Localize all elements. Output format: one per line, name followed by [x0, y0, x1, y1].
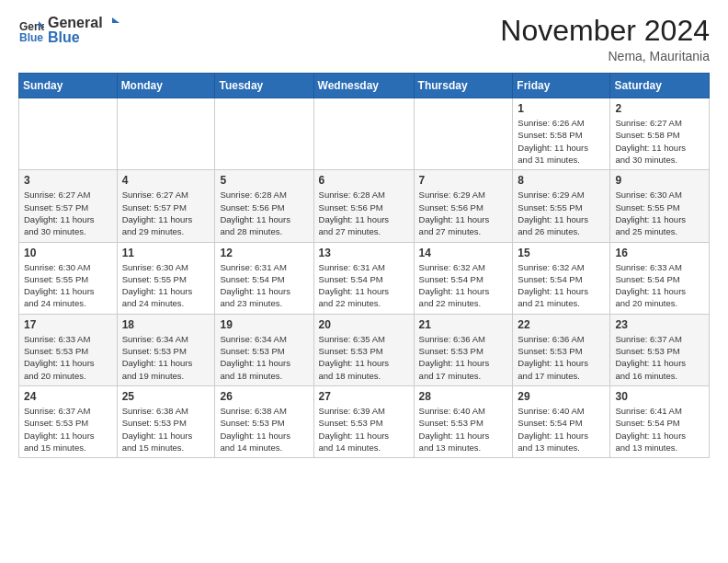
day-number: 30 [615, 390, 704, 403]
svg-text:Blue: Blue [19, 31, 43, 43]
day-info: Sunrise: 6:33 AMSunset: 5:54 PMDaylight:… [615, 261, 704, 310]
day-number: 18 [122, 318, 210, 331]
day-info: Sunrise: 6:33 AMSunset: 5:53 PMDaylight:… [24, 333, 112, 382]
calendar-cell: 23Sunrise: 6:37 AMSunset: 5:53 PMDayligh… [610, 314, 710, 385]
day-info: Sunrise: 6:40 AMSunset: 5:54 PMDaylight:… [518, 405, 605, 454]
title-block: November 2024 Nema, Mauritania [500, 15, 710, 63]
day-info: Sunrise: 6:38 AMSunset: 5:53 PMDaylight:… [220, 405, 308, 454]
calendar-title: November 2024 [500, 15, 710, 47]
calendar-cell: 2Sunrise: 6:27 AMSunset: 5:58 PMDaylight… [610, 98, 710, 170]
header-saturday: Saturday [610, 74, 710, 98]
calendar-cell [117, 98, 215, 170]
day-info: Sunrise: 6:29 AMSunset: 5:55 PMDaylight:… [518, 189, 605, 237]
day-info: Sunrise: 6:29 AMSunset: 5:56 PMDaylight:… [419, 189, 508, 237]
calendar-cell: 27Sunrise: 6:39 AMSunset: 5:53 PMDayligh… [313, 385, 414, 457]
calendar-cell: 21Sunrise: 6:36 AMSunset: 5:53 PMDayligh… [414, 314, 513, 385]
day-number: 1 [518, 102, 605, 115]
calendar-cell: 17Sunrise: 6:33 AMSunset: 5:53 PMDayligh… [19, 314, 118, 385]
header-friday: Friday [513, 74, 610, 98]
header-monday: Monday [117, 74, 215, 98]
day-info: Sunrise: 6:30 AMSunset: 5:55 PMDaylight:… [24, 261, 112, 310]
calendar-cell: 24Sunrise: 6:37 AMSunset: 5:53 PMDayligh… [19, 385, 118, 457]
calendar-cell: 19Sunrise: 6:34 AMSunset: 5:53 PMDayligh… [215, 314, 313, 385]
day-number: 3 [24, 174, 112, 187]
day-number: 13 [319, 247, 409, 259]
day-info: Sunrise: 6:36 AMSunset: 5:53 PMDaylight:… [419, 333, 508, 382]
svg-marker-3 [112, 17, 119, 23]
day-number: 28 [419, 390, 508, 403]
calendar-cell [313, 98, 414, 170]
day-number: 4 [122, 174, 210, 187]
calendar-cell: 9Sunrise: 6:30 AMSunset: 5:55 PMDaylight… [610, 170, 710, 242]
day-number: 21 [419, 318, 508, 331]
day-number: 5 [220, 174, 308, 187]
calendar-cell: 6Sunrise: 6:28 AMSunset: 5:56 PMDaylight… [313, 170, 414, 242]
day-info: Sunrise: 6:26 AMSunset: 5:58 PMDaylight:… [518, 117, 605, 166]
calendar-cell: 12Sunrise: 6:31 AMSunset: 5:54 PMDayligh… [215, 242, 313, 314]
calendar-cell: 16Sunrise: 6:33 AMSunset: 5:54 PMDayligh… [610, 242, 710, 314]
day-info: Sunrise: 6:41 AMSunset: 5:54 PMDaylight:… [615, 405, 704, 454]
calendar-cell: 26Sunrise: 6:38 AMSunset: 5:53 PMDayligh… [215, 385, 313, 457]
calendar-cell: 5Sunrise: 6:28 AMSunset: 5:56 PMDaylight… [215, 170, 313, 242]
calendar-cell: 18Sunrise: 6:34 AMSunset: 5:53 PMDayligh… [117, 314, 215, 385]
day-info: Sunrise: 6:36 AMSunset: 5:53 PMDaylight:… [518, 333, 605, 382]
day-info: Sunrise: 6:39 AMSunset: 5:53 PMDaylight:… [319, 405, 409, 454]
day-number: 17 [24, 318, 112, 331]
day-info: Sunrise: 6:31 AMSunset: 5:54 PMDaylight:… [319, 261, 409, 310]
day-number: 19 [220, 318, 308, 331]
day-info: Sunrise: 6:37 AMSunset: 5:53 PMDaylight:… [24, 405, 112, 454]
calendar-cell: 15Sunrise: 6:32 AMSunset: 5:54 PMDayligh… [513, 242, 610, 314]
header-tuesday: Tuesday [215, 74, 313, 98]
day-info: Sunrise: 6:40 AMSunset: 5:53 PMDaylight:… [419, 405, 508, 454]
calendar-cell: 29Sunrise: 6:40 AMSunset: 5:54 PMDayligh… [513, 385, 610, 457]
calendar-cell: 3Sunrise: 6:27 AMSunset: 5:57 PMDaylight… [19, 170, 118, 242]
calendar-cell: 4Sunrise: 6:27 AMSunset: 5:57 PMDaylight… [117, 170, 215, 242]
header-sunday: Sunday [19, 74, 118, 98]
calendar-cell: 20Sunrise: 6:35 AMSunset: 5:53 PMDayligh… [313, 314, 414, 385]
day-number: 16 [615, 247, 704, 259]
day-number: 20 [319, 318, 409, 331]
page-header: General Blue General Blue November 2024 … [18, 15, 710, 63]
calendar-cell: 25Sunrise: 6:38 AMSunset: 5:53 PMDayligh… [117, 385, 215, 457]
day-info: Sunrise: 6:27 AMSunset: 5:58 PMDaylight:… [615, 117, 704, 166]
header-thursday: Thursday [414, 74, 513, 98]
day-info: Sunrise: 6:32 AMSunset: 5:54 PMDaylight:… [518, 261, 605, 310]
day-number: 14 [419, 247, 508, 259]
day-info: Sunrise: 6:28 AMSunset: 5:56 PMDaylight:… [220, 189, 308, 237]
calendar-cell: 10Sunrise: 6:30 AMSunset: 5:55 PMDayligh… [19, 242, 118, 314]
day-number: 25 [122, 390, 210, 403]
day-number: 24 [24, 390, 112, 403]
calendar-cell [414, 98, 513, 170]
calendar-cell: 11Sunrise: 6:30 AMSunset: 5:55 PMDayligh… [117, 242, 215, 314]
day-info: Sunrise: 6:27 AMSunset: 5:57 PMDaylight:… [122, 189, 210, 237]
day-number: 22 [518, 318, 605, 331]
day-number: 23 [615, 318, 704, 331]
calendar-cell: 30Sunrise: 6:41 AMSunset: 5:54 PMDayligh… [610, 385, 710, 457]
calendar-cell [215, 98, 313, 170]
day-info: Sunrise: 6:28 AMSunset: 5:56 PMDaylight:… [319, 189, 409, 237]
calendar-cell: 1Sunrise: 6:26 AMSunset: 5:58 PMDaylight… [513, 98, 610, 170]
calendar-location: Nema, Mauritania [500, 49, 710, 63]
day-number: 2 [615, 102, 704, 115]
day-info: Sunrise: 6:30 AMSunset: 5:55 PMDaylight:… [122, 261, 210, 310]
calendar-table: Sunday Monday Tuesday Wednesday Thursday… [18, 73, 710, 458]
logo: General Blue General Blue [18, 15, 119, 46]
calendar-row: 1Sunrise: 6:26 AMSunset: 5:58 PMDaylight… [19, 98, 710, 170]
day-info: Sunrise: 6:35 AMSunset: 5:53 PMDaylight:… [319, 333, 409, 382]
calendar-cell [19, 98, 118, 170]
logo-arrow-icon [105, 16, 119, 30]
day-number: 26 [220, 390, 308, 403]
day-number: 8 [518, 174, 605, 187]
calendar-cell: 14Sunrise: 6:32 AMSunset: 5:54 PMDayligh… [414, 242, 513, 314]
calendar-row: 10Sunrise: 6:30 AMSunset: 5:55 PMDayligh… [19, 242, 710, 314]
calendar-cell: 13Sunrise: 6:31 AMSunset: 5:54 PMDayligh… [313, 242, 414, 314]
day-number: 27 [319, 390, 409, 403]
day-info: Sunrise: 6:27 AMSunset: 5:57 PMDaylight:… [24, 189, 112, 237]
day-number: 10 [24, 247, 112, 259]
calendar-row: 24Sunrise: 6:37 AMSunset: 5:53 PMDayligh… [19, 385, 710, 457]
day-number: 11 [122, 247, 210, 259]
calendar-row: 17Sunrise: 6:33 AMSunset: 5:53 PMDayligh… [19, 314, 710, 385]
day-info: Sunrise: 6:38 AMSunset: 5:53 PMDaylight:… [122, 405, 210, 454]
calendar-cell: 28Sunrise: 6:40 AMSunset: 5:53 PMDayligh… [414, 385, 513, 457]
weekday-header-row: Sunday Monday Tuesday Wednesday Thursday… [19, 74, 710, 98]
